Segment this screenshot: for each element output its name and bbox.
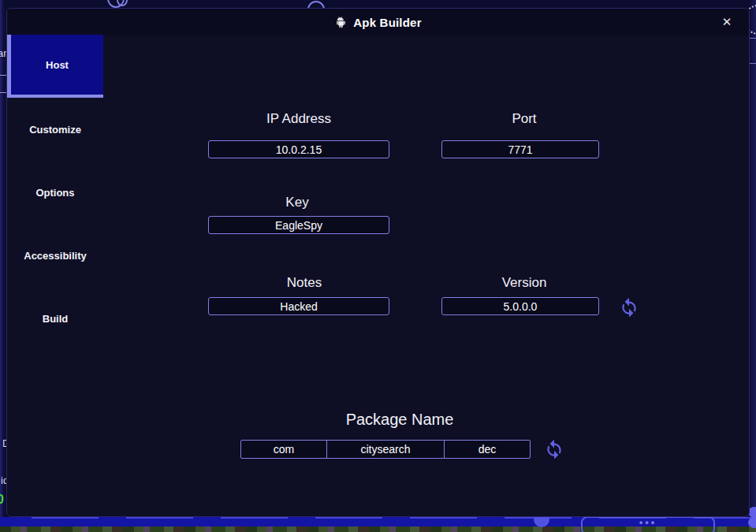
port-field[interactable] [441,140,599,158]
close-button[interactable]: ✕ [716,9,738,35]
background-window-right-edge [749,0,756,532]
background-divider [749,38,756,39]
sidebar: Host Customize Options Accessibility Bui… [7,35,103,516]
port-label: Port [512,111,536,127]
background-dots-pill: ••• [581,516,715,532]
apk-builder-window: Apk Builder ✕ Host Customize Options Acc… [6,8,750,517]
version-label: Version [502,275,547,291]
key-label: Key [285,195,308,210]
version-field[interactable] [441,297,599,315]
background-text-fragment: 0 [0,493,4,507]
background-gauge-dial [749,5,756,35]
sidebar-item-customize[interactable]: Customize [7,98,103,161]
package-name-group [240,440,531,459]
title-group: Apk Builder [334,16,421,29]
window-title: Apk Builder [353,16,421,29]
sidebar-item-accessibility[interactable]: Accessibility [7,224,103,287]
ip-address-label: IP Address [266,111,331,127]
refresh-package-button[interactable] [544,438,564,459]
background-circle-button [748,517,756,528]
background-divider [749,63,756,64]
ip-address-field[interactable] [208,140,389,158]
background-divider [0,75,6,76]
refresh-icon [544,438,564,459]
package-part-2-field[interactable] [326,440,445,459]
package-name-label: Package Name [346,411,454,429]
package-part-3-field[interactable] [444,440,531,459]
notes-label: Notes [287,275,322,291]
sidebar-item-build[interactable]: Build [7,287,103,350]
background-divider [0,92,6,93]
notes-field[interactable] [208,297,389,315]
refresh-icon [619,296,639,317]
titlebar[interactable]: Apk Builder ✕ [7,9,749,35]
android-icon [334,16,348,29]
refresh-version-button[interactable] [619,296,639,317]
key-field[interactable] [208,216,389,234]
package-part-1-field[interactable] [240,440,327,459]
sidebar-item-options[interactable]: Options [7,161,103,224]
sidebar-item-host[interactable]: Host [7,35,103,98]
background-dots: ••• [639,518,657,527]
